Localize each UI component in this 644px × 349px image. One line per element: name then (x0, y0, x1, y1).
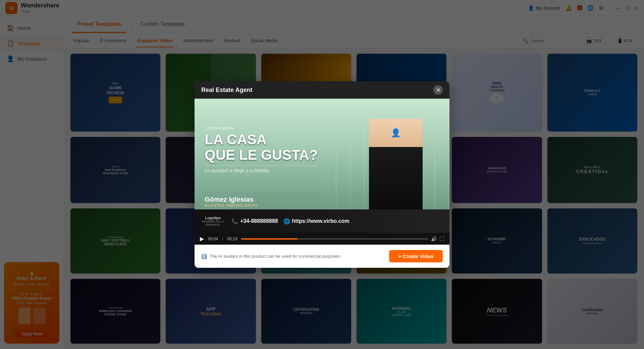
web-icon: 🌐 (283, 218, 290, 225)
modal-video-preview: Real Estate Agent ✕ ¿No encuentra LA CAS… (195, 81, 449, 268)
video-background: ¿No encuentra LA CASA QUE LE GUSTA? Le a… (195, 99, 449, 233)
person-info: Gómez Iglesias AGENTES INMOBILIARIOS (205, 196, 258, 207)
info-icon: ℹ️ (201, 254, 207, 259)
create-video-button[interactable]: + Create Video (389, 250, 443, 262)
modal-overlay[interactable]: Real Estate Agent ✕ ¿No encuentra LA CAS… (0, 0, 644, 349)
person-role: AGENTES INMOBILIARIOS (205, 203, 258, 207)
time-total: 00:19 (227, 237, 237, 241)
volume-icon[interactable]: 🔊 (431, 236, 437, 242)
progress-bar (241, 238, 297, 240)
modal-video-area: ¿No encuentra LA CASA QUE LE GUSTA? Le a… (195, 99, 449, 233)
modal-info-text: ℹ️ The AI avatars in this product can be… (201, 254, 341, 259)
video-person: 👤 (369, 119, 423, 213)
video-small-text: ¿No encuentra (205, 126, 318, 131)
website-url: https://www.virbo.com (292, 218, 350, 224)
video-desc: Le ayudaré a elegir y a detallar (205, 165, 318, 173)
fullscreen-icon[interactable]: ⛶ (439, 236, 444, 242)
video-website: 🌐 https://www.virbo.com (283, 218, 350, 225)
modal-footer: ℹ️ The AI avatars in this product can be… (195, 245, 449, 268)
time-current: 00:04 (208, 237, 218, 241)
modal-header: Real Estate Agent ✕ (195, 81, 449, 99)
person-name: Gómez Iglesias (205, 196, 258, 203)
modal-title: Real Estate Agent (201, 87, 252, 94)
video-phone: 📞 +34-888888888 (231, 218, 278, 225)
info-label: The AI avatars in this product can be us… (210, 254, 341, 259)
phone-number: +34-888888888 (240, 218, 278, 224)
play-button[interactable]: ▶ (200, 236, 204, 242)
progress-bar-container[interactable] (241, 238, 428, 240)
video-text-overlay: ¿No encuentra LA CASA QUE LE GUSTA? Le a… (205, 126, 318, 173)
time-separator: / (222, 237, 223, 241)
video-footer: Logotipo NOMBRE DE LA EMPRESA 📞 +34-8888… (195, 209, 449, 233)
phone-icon: 📞 (231, 218, 238, 225)
video-logo-placeholder: Logotipo NOMBRE DE LA EMPRESA (201, 216, 225, 227)
video-contact-info: 📞 +34-888888888 🌐 https://www.virbo.com (231, 218, 443, 225)
video-big-text: LA CASA QUE LE GUSTA? (205, 132, 318, 163)
modal-close-button[interactable]: ✕ (433, 85, 443, 95)
modal-controls: ▶ 00:04 / 00:19 🔊 ⛶ (195, 233, 449, 245)
